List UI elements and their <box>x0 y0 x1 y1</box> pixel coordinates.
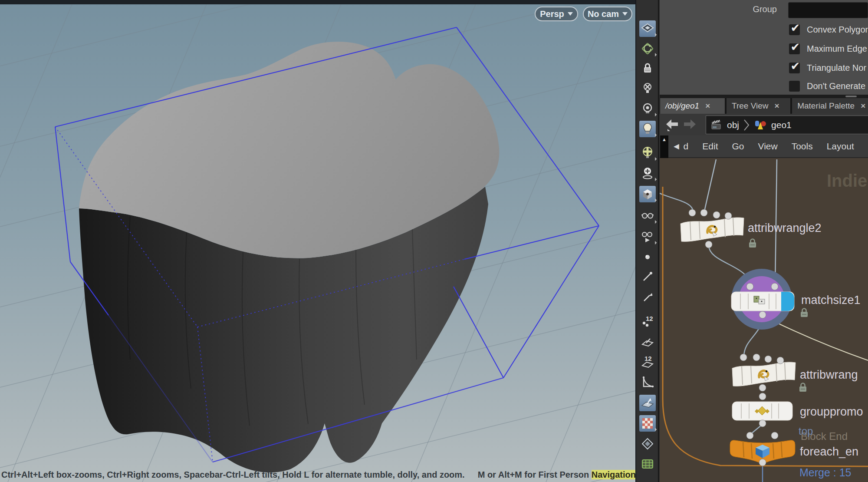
viewport-toolbar: 12 12 <box>635 0 659 482</box>
view-layout-icon[interactable] <box>639 20 656 37</box>
checkmark-icon: ✔ <box>791 24 800 32</box>
checkmark-icon: ✔ <box>791 43 800 51</box>
checkbox-label: Maximum Edge <box>807 44 867 54</box>
breadcrumb-chevron-icon <box>743 119 750 132</box>
checkbox-label: Convex Polygon <box>807 25 868 35</box>
close-icon[interactable]: × <box>775 101 779 111</box>
svg-text:12: 12 <box>646 315 653 322</box>
breadcrumb: obj geo1 <box>706 116 868 134</box>
normal-lights-icon[interactable] <box>639 121 656 137</box>
prim-numbers-icon[interactable]: 12 <box>639 353 656 370</box>
close-icon[interactable]: × <box>705 101 710 111</box>
menu-items: ◄ d Edit Go View Tools Layout La <box>672 141 868 152</box>
parameter-pane: Group ✔ Convex Polygon ✔ Maximum Edge ✔ … <box>660 0 868 95</box>
indie-watermark: Indie <box>827 171 867 191</box>
merge-count-badge: Merge : 15 <box>799 466 852 479</box>
status-bar: Ctrl+Alt+Left box-zooms, Ctrl+Right zoom… <box>1 470 635 481</box>
display-flag[interactable] <box>781 292 794 311</box>
foreach-top-tag: top <box>799 425 813 437</box>
status-highlight-text: Navigation. <box>592 470 635 479</box>
network-path-bar: obj geo1 <box>660 114 868 135</box>
breadcrumb-obj[interactable]: obj <box>727 120 739 130</box>
scrollbar-handle[interactable] <box>845 96 857 97</box>
point-numbers-icon[interactable]: 12 <box>639 313 656 329</box>
uv-grid-icon[interactable] <box>639 456 656 472</box>
menu-view[interactable]: View <box>758 141 778 152</box>
node-label-attribwrangle[interactable]: attribwrang <box>800 368 858 382</box>
checkmark-icon: ✔ <box>791 62 800 70</box>
lights-off-icon[interactable] <box>639 80 656 97</box>
forward-arrow-icon[interactable] <box>682 119 696 131</box>
tab-tree-view[interactable]: Tree View × <box>727 98 790 114</box>
view-pivot-cube-icon[interactable] <box>639 186 656 202</box>
checkbox-row: ✔ Triangulate Nor <box>789 62 866 73</box>
stereo-review-icon[interactable] <box>639 228 656 245</box>
convex-polygon-checkbox[interactable]: ✔ <box>789 24 800 35</box>
back-arrow-icon[interactable] <box>665 119 679 131</box>
checkbox-row: ✔ Convex Polygon <box>789 24 868 35</box>
houdini-window: Persp No cam Ctrl+Alt+Left box-zooms, Ct… <box>0 0 868 482</box>
menu-tools[interactable]: Tools <box>792 141 813 152</box>
high-quality-lights-icon[interactable] <box>639 145 656 161</box>
camera-select-button[interactable]: No cam <box>583 7 632 21</box>
obj-network-icon <box>710 119 723 131</box>
breadcrumb-geo1[interactable]: geo1 <box>771 120 792 130</box>
menu-edit[interactable]: Edit <box>702 141 718 152</box>
pen-icon[interactable] <box>639 289 656 305</box>
tab-label: Tree View <box>732 101 768 111</box>
node-label-foreach-end[interactable]: foreach_en <box>800 445 858 459</box>
texture-checker-icon[interactable] <box>639 415 656 432</box>
menu-scroll-up-icon[interactable]: ▲ <box>660 135 668 158</box>
hull-display-icon[interactable] <box>639 374 656 390</box>
node-attribwrangle2[interactable] <box>681 218 744 241</box>
checkbox-row: ✔ Maximum Edge <box>789 43 867 54</box>
points-display-icon[interactable] <box>639 249 656 265</box>
chevron-down-icon <box>568 12 573 16</box>
svg-text:12: 12 <box>644 355 652 362</box>
network-editor[interactable]: Indie attribwrangle2 matchsize1 attribwr… <box>660 158 868 482</box>
chevron-down-icon <box>622 12 628 16</box>
tab-obj-geo1[interactable]: /obj/geo1 × <box>660 98 725 114</box>
checkbox-label: Don't Generate <box>807 81 865 91</box>
prim-marker-icon[interactable] <box>639 333 656 350</box>
network-menu-bar: ▲ ◄ d Edit Go View Tools Layout La <box>660 135 868 158</box>
scene-viewport[interactable]: Persp No cam Ctrl+Alt+Left box-zooms, Ct… <box>0 0 635 482</box>
node-label-attribwrangle2[interactable]: attribwrangle2 <box>748 221 822 235</box>
dont-generate-checkbox[interactable] <box>789 81 800 92</box>
node-label-grouppromote[interactable]: grouppromo <box>800 405 863 419</box>
geometry-node-icon <box>754 119 767 131</box>
status-hint-text: M or Alt+M for First Person <box>478 470 592 479</box>
node-grouppromote[interactable] <box>732 402 792 420</box>
perspective-view-button[interactable]: Persp <box>535 7 578 21</box>
menu-layout[interactable]: Layout <box>827 141 854 152</box>
tab-label: Material Palette <box>797 101 855 111</box>
brush-icon[interactable] <box>639 268 656 285</box>
node-matchsize1[interactable] <box>731 292 794 311</box>
snap-icon[interactable] <box>639 40 656 57</box>
camera-select-label: No cam <box>588 9 619 19</box>
group-input[interactable] <box>788 2 868 18</box>
checkbox-label: Triangulate Nor <box>807 63 866 73</box>
menu-overflow-indicator[interactable]: ◄ d <box>672 141 688 152</box>
tab-material-palette[interactable]: Material Palette × <box>792 98 868 114</box>
close-icon[interactable]: × <box>861 101 865 111</box>
add-light-icon[interactable] <box>639 165 656 182</box>
pane-divider-scrollbar[interactable] <box>660 95 868 98</box>
tab-label: /obj/geo1 <box>665 101 699 111</box>
node-label-matchsize1[interactable]: matchsize1 <box>801 294 861 307</box>
menu-go[interactable]: Go <box>732 141 744 152</box>
node-connectors[interactable] <box>689 209 784 466</box>
right-panel: Group ✔ Convex Polygon ✔ Maximum Edge ✔ … <box>660 0 868 482</box>
maximum-edge-checkbox[interactable]: ✔ <box>789 43 800 54</box>
group-parameter-label: Group <box>725 4 777 14</box>
shaded-normals-icon[interactable] <box>639 395 656 411</box>
diamond-display-icon[interactable] <box>639 436 656 452</box>
viewport-top-strip <box>0 0 635 4</box>
stereo-glasses-icon[interactable] <box>639 208 656 224</box>
pane-tab-bar: /obj/geo1 × Tree View × Material Palette… <box>660 98 868 114</box>
checkbox-row: Don't Generate <box>789 80 865 92</box>
lock-icon[interactable] <box>639 60 656 76</box>
headlight-icon[interactable] <box>639 100 656 117</box>
node-attribwrangle-2nd[interactable] <box>732 362 796 386</box>
triangulate-checkbox[interactable]: ✔ <box>789 63 800 73</box>
